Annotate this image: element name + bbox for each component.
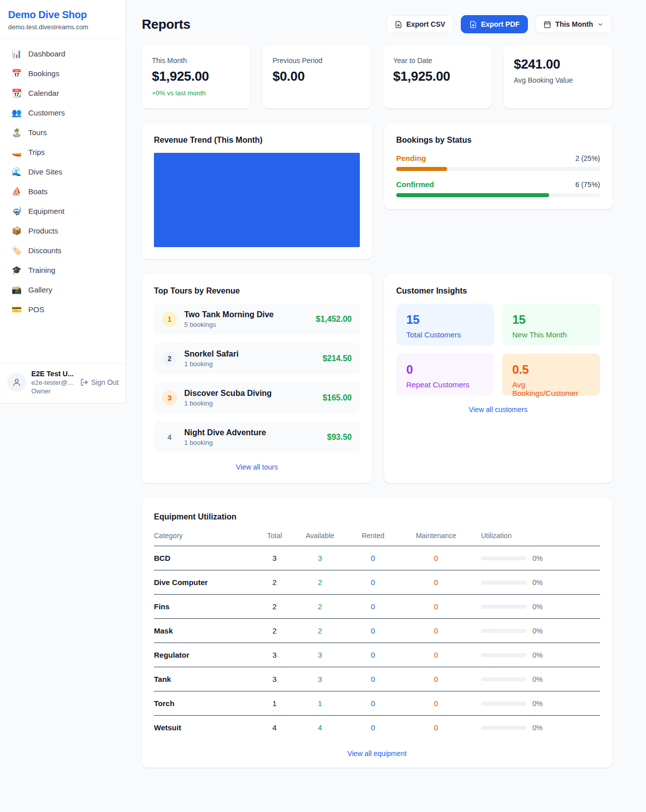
tour-revenue: $165.00 (322, 393, 352, 402)
total-cell: 3 (257, 554, 292, 562)
sidebar-item-label: Boats (28, 187, 47, 196)
tile-total-customers: 15 Total Customers (396, 304, 494, 345)
camera-icon: 📸 (11, 286, 22, 294)
page-header: Reports Export CSV Export PDF (142, 0, 612, 33)
stat-label: Previous Period (273, 56, 361, 65)
sidebar-item-label: Equipment (28, 207, 65, 215)
view-all-tours-link[interactable]: View all tours (236, 463, 278, 471)
sidebar-item-dive-sites[interactable]: 🌊 Dive Sites (5, 162, 121, 181)
rented-cell: 0 (348, 626, 398, 635)
sidebar-item-label: Bookings (28, 69, 60, 78)
available-cell: 2 (292, 578, 348, 587)
equipment-utilization-card: Equipment Utilization Category Total Ava… (142, 498, 612, 768)
table-row: Wetsuit 4 4 0 0 0% (154, 716, 600, 739)
stat-card-this-month: This Month $1,925.00 +0% vs last month (142, 45, 250, 108)
tile-repeat-customers: 0 Repeat Customers (396, 354, 494, 395)
sidebar-item-customers[interactable]: 👥 Customers (5, 103, 121, 122)
tour-name: Snorkel Safari (184, 350, 315, 359)
total-cell: 3 (257, 675, 292, 683)
stat-label: This Month (152, 56, 240, 65)
revenue-trend-card: Revenue Trend (This Month) (142, 124, 372, 259)
available-cell: 2 (292, 626, 348, 635)
sidebar-item-bookings[interactable]: 📅 Bookings (5, 64, 121, 83)
sidebar-item-boats[interactable]: ⛵ Boats (5, 182, 121, 201)
rented-cell: 0 (348, 554, 398, 562)
sidebar-item-dashboard[interactable]: 📊 Dashboard (5, 44, 121, 63)
user-info: E2E Test U... e2e-tester@... Owner (31, 370, 75, 395)
category-cell: Regulator (154, 651, 257, 659)
utilization-percent: 0% (532, 651, 543, 659)
dashboard-icon: 📊 (11, 50, 22, 58)
tile-avg-bookings-customer: 0.5 Avg Bookings/Customer (502, 354, 600, 395)
diving-mask-icon: 🤿 (11, 207, 22, 215)
sidebar-item-training[interactable]: 🎓 Training (5, 261, 121, 279)
utilization-cell: 0% (474, 578, 600, 587)
sidebar-item-products[interactable]: 📦 Products (5, 221, 121, 240)
maintenance-cell: 0 (398, 602, 474, 611)
utilization-cell: 0% (474, 651, 600, 659)
period-label: This Month (555, 20, 593, 28)
sidebar-item-pos[interactable]: 💳 POS (5, 300, 121, 319)
sidebar-item-discounts[interactable]: 🏷️ Discounts (5, 241, 121, 260)
bookings-by-status-card: Bookings by Status Pending 2 (25%) Confi… (384, 124, 612, 209)
tour-bookings: 1 booking (184, 360, 315, 368)
sidebar-item-tours[interactable]: 🏝️ Tours (5, 123, 121, 142)
export-pdf-button[interactable]: Export PDF (461, 15, 528, 33)
tile-value: 0 (406, 363, 484, 377)
utilization-percent: 0% (532, 627, 543, 635)
available-cell: 4 (292, 723, 348, 732)
table-row: Dive Computer 2 2 0 0 0% (154, 570, 600, 595)
sidebar-nav: 📊 Dashboard 📅 Bookings 📆 Calendar 👥 Cust… (0, 38, 126, 320)
available-cell: 3 (292, 675, 348, 683)
wave-icon: 🌊 (11, 168, 22, 176)
status-row-pending: Pending 2 (25%) (396, 154, 600, 171)
rented-cell: 0 (348, 723, 398, 732)
utilization-track (481, 556, 526, 560)
sidebar-item-equipment[interactable]: 🤿 Equipment (5, 202, 121, 220)
customers-icon: 👥 (11, 109, 22, 117)
rank-badge: 3 (162, 390, 177, 405)
view-all-customers-link[interactable]: View all customers (469, 405, 527, 414)
table-row: BCD 3 3 0 0 0% (154, 546, 600, 570)
sidebar-item-label: Calendar (28, 89, 59, 97)
period-dropdown[interactable]: This Month (535, 15, 612, 33)
sidebar-item-trips[interactable]: 🚤 Trips (5, 143, 121, 161)
sign-out-label: Sign Out (91, 378, 119, 386)
brand-block[interactable]: Demo Dive Shop demo.test.divestreams.com (0, 0, 126, 38)
tour-row: 4 Night Dive Adventure 1 booking $93.50 (154, 422, 360, 453)
stat-value: $0.00 (273, 69, 361, 84)
charts-row: Revenue Trend (This Month) Bookings by S… (142, 124, 612, 259)
sidebar-item-label: Products (28, 226, 58, 235)
tour-name: Two Tank Morning Dive (184, 310, 309, 319)
rank-badge: 4 (162, 430, 177, 445)
column-header: Maintenance (398, 532, 474, 540)
tour-name: Night Dive Adventure (184, 428, 320, 437)
tour-revenue: $1,452.00 (316, 315, 352, 324)
avatar (7, 373, 26, 392)
stat-value: $241.00 (514, 56, 602, 72)
sign-out-button[interactable]: Sign Out (80, 378, 119, 386)
calendar-icon: 📆 (11, 89, 22, 97)
equipment-utilization-title: Equipment Utilization (154, 512, 600, 521)
utilization-percent: 0% (532, 554, 543, 562)
maintenance-cell: 0 (398, 723, 474, 732)
export-csv-button[interactable]: Export CSV (386, 15, 454, 33)
user-role: Owner (31, 387, 75, 395)
stat-card-previous-period: Previous Period $0.00 (262, 45, 371, 108)
stat-card-avg-booking-value: $241.00 Avg Booking Value (504, 45, 612, 108)
maintenance-cell: 0 (398, 626, 474, 635)
maintenance-cell: 0 (398, 651, 474, 659)
top-tours-card: Top Tours by Revenue 1 Two Tank Morning … (142, 274, 372, 483)
brand-domain: demo.test.divestreams.com (8, 23, 118, 31)
stats-row: This Month $1,925.00 +0% vs last month P… (142, 45, 612, 108)
graduation-cap-icon: 🎓 (11, 266, 22, 274)
sidebar-item-calendar[interactable]: 📆 Calendar (5, 84, 121, 102)
sidebar-item-gallery[interactable]: 📸 Gallery (5, 280, 121, 299)
tile-new-this-month: 15 New This Month (502, 304, 600, 345)
column-header: Rented (348, 532, 398, 540)
sidebar-item-label: POS (28, 305, 44, 314)
view-all-equipment-link[interactable]: View all equipment (347, 749, 406, 758)
sidebar: Demo Dive Shop demo.test.divestreams.com… (0, 0, 126, 403)
tour-name: Discover Scuba Diving (184, 389, 315, 398)
tour-bookings: 5 bookings (184, 321, 309, 328)
